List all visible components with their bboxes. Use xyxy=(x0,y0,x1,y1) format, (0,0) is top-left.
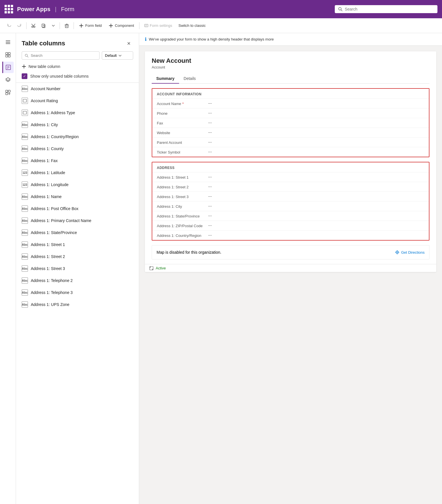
form-field-row[interactable]: Address 1: State/Province --- xyxy=(152,211,429,221)
field-type-icon: Abc xyxy=(22,241,28,248)
form-settings-button[interactable]: Form settings xyxy=(142,22,175,30)
account-info-header: ACCOUNT INFORMATION xyxy=(152,89,429,98)
account-info-section[interactable]: ACCOUNT INFORMATION Account Name* --- Ph… xyxy=(152,88,429,157)
form-field-row[interactable]: Address 1: Street 2 --- xyxy=(152,182,429,191)
list-item-label: Address 1: Telephone 3 xyxy=(31,290,73,295)
form-field-row[interactable]: Account Name* --- xyxy=(152,98,429,108)
field-type-icon: Abc xyxy=(22,229,28,236)
list-item[interactable]: AbcAddress 1: Country/Region xyxy=(16,131,139,143)
list-item-label: Address 1: Country/Region xyxy=(31,134,79,139)
app-title: Power Apps xyxy=(17,6,50,13)
list-item[interactable]: Address 1: Address Type xyxy=(16,107,139,119)
paste-icon xyxy=(41,23,46,28)
components-button[interactable] xyxy=(2,87,14,98)
list-item[interactable]: AbcAddress 1: City xyxy=(16,119,139,131)
list-item[interactable]: AbcAddress 1: Street 2 xyxy=(16,251,139,263)
list-item[interactable]: Account Rating xyxy=(16,95,139,107)
field-label: Address 1: State/Province xyxy=(157,213,208,218)
search-box[interactable] xyxy=(335,5,437,13)
list-item[interactable]: 123Address 1: Latitude xyxy=(16,167,139,179)
switch-classic-button[interactable]: Switch to classic xyxy=(176,22,208,29)
delete-button[interactable] xyxy=(62,22,71,30)
field-value: --- xyxy=(208,150,424,154)
form-field-row[interactable]: Address 1: Street 1 --- xyxy=(152,172,429,182)
form-editor-button[interactable] xyxy=(2,62,14,73)
list-item[interactable]: AbcAddress 1: Post Office Box xyxy=(16,203,139,215)
list-item[interactable]: AbcAddress 1: State/Province xyxy=(16,227,139,239)
form-field-row[interactable]: Website --- xyxy=(152,128,429,137)
get-directions-button[interactable]: Get Directions xyxy=(395,250,425,255)
list-item[interactable]: AbcAddress 1: Fax xyxy=(16,155,139,167)
address-section[interactable]: ADDRESS Address 1: Street 1 --- Address … xyxy=(152,162,429,241)
list-item[interactable]: AbcAddress 1: UPS Zone xyxy=(16,299,139,311)
new-column-button[interactable]: New table column xyxy=(16,63,139,71)
panel-list: AbcAccount NumberAccount RatingAddress 1… xyxy=(16,82,139,504)
dashboard-button[interactable] xyxy=(2,49,14,61)
dashboard-icon xyxy=(5,52,11,58)
info-icon: ℹ xyxy=(145,37,147,42)
tab-details[interactable]: Details xyxy=(179,74,200,84)
field-type-icon: Abc xyxy=(22,205,28,212)
search-icon xyxy=(338,7,342,11)
redo-icon xyxy=(17,23,22,28)
form-field-row[interactable]: Parent Account --- xyxy=(152,137,429,147)
redo-button[interactable] xyxy=(15,22,24,30)
undo-button[interactable] xyxy=(5,22,14,30)
form-field-row[interactable]: Phone --- xyxy=(152,108,429,118)
paste-button[interactable] xyxy=(39,22,48,30)
list-item-label: Account Number xyxy=(31,86,60,91)
panel-search-box[interactable] xyxy=(22,51,100,60)
list-item-label: Address 1: State/Province xyxy=(31,230,77,235)
app-grid-button[interactable] xyxy=(5,5,14,13)
panel-dropdown[interactable]: Default xyxy=(102,51,133,60)
field-type-icon: Abc xyxy=(22,217,28,224)
field-type-icon xyxy=(22,98,28,104)
list-item[interactable]: AbcAddress 1: Telephone 2 xyxy=(16,275,139,287)
panel-close-button[interactable]: ✕ xyxy=(124,39,133,48)
layers-button[interactable] xyxy=(2,74,14,86)
list-item-label: Address 1: City xyxy=(31,122,58,127)
tab-summary[interactable]: Summary xyxy=(152,74,179,84)
field-type-icon: Abc xyxy=(22,301,28,308)
sep2 xyxy=(60,22,60,29)
field-label: Ticker Symbol xyxy=(157,150,208,154)
list-item-label: Address 1: Street 3 xyxy=(31,266,65,271)
component-button[interactable]: Component xyxy=(106,22,137,30)
form-title: New Account xyxy=(152,57,429,64)
hamburger-menu-button[interactable] xyxy=(2,37,14,48)
svg-marker-30 xyxy=(6,78,10,80)
cut-button[interactable] xyxy=(29,22,38,30)
svg-rect-31 xyxy=(6,90,8,92)
panel-search-input[interactable] xyxy=(31,53,96,58)
show-unused-checkbox[interactable]: ✓ xyxy=(22,73,27,79)
list-item[interactable]: AbcAddress 1: Primary Contact Name xyxy=(16,215,139,227)
form-field-row[interactable]: Ticker Symbol --- xyxy=(152,147,429,157)
form-field-row[interactable]: Fax --- xyxy=(152,118,429,128)
delete-icon xyxy=(64,23,69,28)
field-value: --- xyxy=(208,120,424,125)
svg-rect-22 xyxy=(6,53,8,55)
list-item[interactable]: 123Address 1: Longitude xyxy=(16,179,139,191)
form-field-row[interactable]: Address 1: Street 3 --- xyxy=(152,191,429,201)
show-unused-row[interactable]: ✓ Show only unused table columns xyxy=(16,71,139,82)
dropdown-button[interactable] xyxy=(49,22,57,29)
info-banner: ℹ We've upgraded your form to show a hig… xyxy=(139,33,442,46)
field-type-icon: Abc xyxy=(22,158,28,164)
svg-rect-25 xyxy=(8,55,10,57)
field-type-icon: Abc xyxy=(22,193,28,200)
search-input[interactable] xyxy=(345,7,434,11)
list-item[interactable]: AbcAddress 1: Street 1 xyxy=(16,239,139,251)
form-field-button[interactable]: Form field xyxy=(76,22,105,30)
expand-icon[interactable] xyxy=(149,266,153,270)
list-item[interactable]: AbcAddress 1: Telephone 3 xyxy=(16,287,139,299)
list-item[interactable]: AbcAddress 1: Street 3 xyxy=(16,263,139,275)
list-item[interactable]: AbcAddress 1: County xyxy=(16,143,139,155)
field-value: --- xyxy=(208,101,424,105)
list-item[interactable]: AbcAddress 1: Name xyxy=(16,191,139,203)
form-field-row[interactable]: Address 1: Country/Region --- xyxy=(152,230,429,240)
chevron-down-icon xyxy=(52,24,55,27)
field-value: --- xyxy=(208,213,424,218)
form-field-row[interactable]: Address 1: City --- xyxy=(152,201,429,211)
list-item[interactable]: AbcAccount Number xyxy=(16,83,139,95)
form-field-row[interactable]: Address 1: ZIP/Postal Code --- xyxy=(152,221,429,230)
